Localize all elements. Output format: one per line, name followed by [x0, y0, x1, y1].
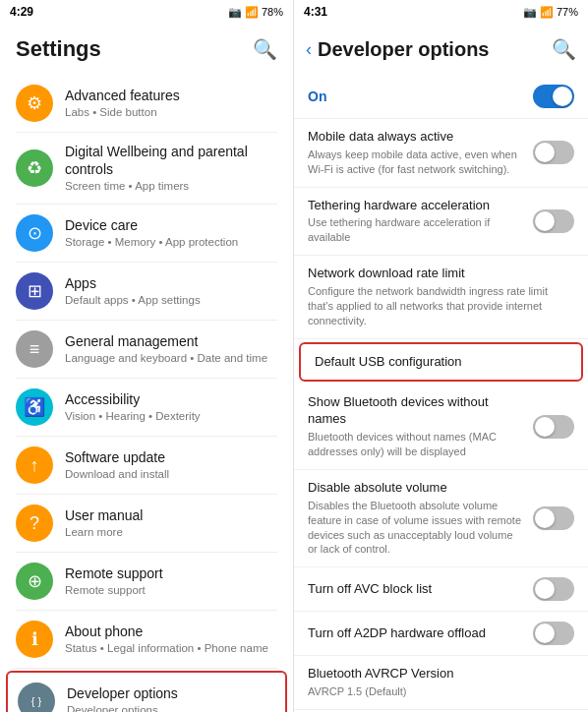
settings-item-apps[interactable]: ⊞ Apps Default apps • App settings: [0, 263, 293, 320]
settings-item-about-phone[interactable]: ℹ About phone Status • Legal information…: [0, 611, 293, 668]
dev-item-default-usb[interactable]: Default USB configuration: [299, 342, 583, 383]
digital-wellbeing-subtitle: Screen time • App timers: [65, 179, 277, 194]
software-update-text: Software update Download and install: [65, 448, 277, 482]
network-download-subtitle: Configure the network bandwidth ingress …: [308, 284, 574, 328]
divider-10: [16, 668, 277, 669]
search-button-left[interactable]: 🔍: [253, 37, 277, 61]
dev-on-row: On: [294, 75, 588, 119]
settings-item-user-manual[interactable]: ? User manual Learn more: [0, 495, 293, 552]
settings-item-digital-wellbeing[interactable]: ♻ Digital Wellbeing and parental control…: [0, 133, 293, 204]
settings-item-accessibility[interactable]: ♿ Accessibility Vision • Hearing • Dexte…: [0, 379, 293, 436]
signal-icon-right: 📶: [540, 6, 554, 19]
digital-wellbeing-text: Digital Wellbeing and parental controls …: [65, 143, 277, 194]
search-button-right[interactable]: 🔍: [552, 37, 576, 61]
software-update-title: Software update: [65, 448, 277, 466]
bluetooth-avrcp-title: Bluetooth AVRCP Version: [308, 666, 574, 682]
dev-item-network-download[interactable]: Network download rate limit Configure th…: [294, 256, 588, 338]
status-icons-left: 📷 📶 78%: [228, 6, 283, 19]
mobile-data-title: Mobile data always active: [308, 129, 525, 146]
software-update-subtitle: Download and install: [65, 467, 277, 482]
device-care-title: Device care: [65, 216, 277, 234]
user-manual-title: User manual: [65, 506, 277, 524]
about-phone-icon: ℹ: [16, 621, 53, 658]
accessibility-subtitle: Vision • Hearing • Dexterity: [65, 409, 277, 424]
dev-item-mobile-data[interactable]: Mobile data always active Always keep mo…: [294, 119, 588, 188]
disable-absolute-volume-subtitle: Disables the Bluetooth absolute volume f…: [308, 499, 525, 557]
dev-item-avc-block-list[interactable]: Turn off AVC block list: [294, 567, 588, 612]
show-bluetooth-toggle[interactable]: [533, 415, 574, 439]
avc-block-list-toggle[interactable]: [533, 577, 574, 601]
about-phone-title: About phone: [65, 623, 277, 640]
avc-block-list-title: Turn off AVC block list: [308, 581, 525, 598]
toggle-knob-avc-block-list: [535, 579, 555, 599]
developer-options-panel: 4:31 📷 📶 77% ‹ Developer options 🔍 On Mo…: [294, 0, 588, 712]
settings-list: ⚙ Advanced features Labs • Side button ♻…: [0, 75, 293, 712]
developer-options-header-title: Developer options: [318, 38, 489, 61]
show-bluetooth-title: Show Bluetooth devices without names: [308, 394, 525, 428]
dev-master-toggle[interactable]: [533, 85, 574, 108]
toggle-knob-on: [553, 87, 572, 106]
tethering-text: Tethering hardware acceleration Use teth…: [308, 198, 525, 246]
apps-title: Apps: [65, 274, 277, 292]
device-care-text: Device care Storage • Memory • App prote…: [65, 216, 277, 250]
toggle-knob-show-bluetooth: [535, 417, 555, 437]
advanced-features-title: Advanced features: [65, 87, 277, 104]
camera-icon-right: 📷: [523, 6, 537, 19]
apps-text: Apps Default apps • App settings: [65, 274, 277, 308]
developer-options-icon: { }: [18, 682, 55, 712]
time-left: 4:29: [10, 5, 33, 19]
about-phone-text: About phone Status • Legal information •…: [65, 623, 277, 656]
settings-item-device-care[interactable]: ⊙ Device care Storage • Memory • App pro…: [0, 205, 293, 262]
remote-support-icon: ⊕: [16, 563, 53, 600]
battery-right: 77%: [557, 6, 578, 18]
digital-wellbeing-title: Digital Wellbeing and parental controls: [65, 143, 277, 178]
disable-absolute-volume-text: Disable absolute volume Disables the Blu…: [308, 480, 525, 557]
show-bluetooth-subtitle: Bluetooth devices without names (MAC add…: [308, 430, 525, 459]
tethering-toggle[interactable]: [533, 209, 574, 233]
toggle-knob-mobile-data: [535, 143, 555, 162]
toggle-knob-disable-absolute-volume: [535, 508, 555, 528]
dev-item-tethering[interactable]: Tethering hardware acceleration Use teth…: [294, 188, 588, 257]
disable-absolute-volume-title: Disable absolute volume: [308, 480, 525, 497]
mobile-data-toggle[interactable]: [533, 141, 574, 164]
dev-item-disable-absolute-volume[interactable]: Disable absolute volume Disables the Blu…: [294, 470, 588, 567]
network-download-title: Network download rate limit: [308, 266, 574, 282]
advanced-features-subtitle: Labs • Side button: [65, 105, 277, 120]
settings-title: Settings: [16, 36, 101, 62]
settings-item-developer-options[interactable]: { } Developer options Developer options: [6, 671, 287, 712]
signal-icon: 📶: [245, 6, 259, 19]
a2dp-offload-toggle[interactable]: [533, 622, 574, 645]
remote-support-text: Remote support Remote support: [65, 564, 277, 598]
about-phone-subtitle: Status • Legal information • Phone name: [65, 641, 277, 656]
developer-options-subtitle: Developer options: [67, 703, 275, 712]
accessibility-text: Accessibility Vision • Hearing • Dexteri…: [65, 390, 277, 424]
dev-item-bluetooth-avrcp[interactable]: Bluetooth AVRCP Version AVRCP 1.5 (Defau…: [294, 656, 588, 710]
toggle-knob-a2dp-offload: [535, 623, 555, 643]
developer-options-list: On Mobile data always active Always keep…: [294, 75, 588, 712]
a2dp-offload-text: Turn off A2DP hardware offload: [308, 625, 525, 642]
software-update-icon: ↑: [16, 446, 53, 484]
tethering-title: Tethering hardware acceleration: [308, 198, 525, 214]
dev-item-show-bluetooth[interactable]: Show Bluetooth devices without names Blu…: [294, 385, 588, 469]
settings-item-remote-support[interactable]: ⊕ Remote support Remote support: [0, 553, 293, 610]
dev-item-a2dp-offload[interactable]: Turn off A2DP hardware offload: [294, 612, 588, 656]
settings-panel: 4:29 📷 📶 78% Settings 🔍 ⚙ Advanced featu…: [0, 0, 294, 712]
disable-absolute-volume-toggle[interactable]: [533, 506, 574, 530]
general-management-title: General management: [65, 332, 277, 350]
advanced-features-icon: ⚙: [16, 85, 53, 122]
settings-item-general-management[interactable]: ≡ General management Language and keyboa…: [0, 321, 293, 378]
device-care-icon: ⊙: [16, 214, 53, 252]
default-usb-title: Default USB configuration: [315, 354, 567, 371]
remote-support-subtitle: Remote support: [65, 583, 277, 598]
settings-item-software-update[interactable]: ↑ Software update Download and install: [0, 437, 293, 494]
status-icons-right: 📷 📶 77%: [523, 6, 578, 19]
back-button[interactable]: ‹ Developer options: [306, 38, 489, 61]
dev-on-label: On: [308, 89, 326, 104]
settings-item-advanced-features[interactable]: ⚙ Advanced features Labs • Side button: [0, 75, 293, 132]
settings-header: Settings 🔍: [0, 24, 293, 75]
general-management-subtitle: Language and keyboard • Date and time: [65, 351, 277, 366]
device-care-subtitle: Storage • Memory • App protection: [65, 235, 277, 250]
toggle-knob-tethering: [535, 211, 555, 231]
camera-icon: 📷: [228, 6, 242, 19]
user-manual-icon: ?: [16, 504, 53, 542]
